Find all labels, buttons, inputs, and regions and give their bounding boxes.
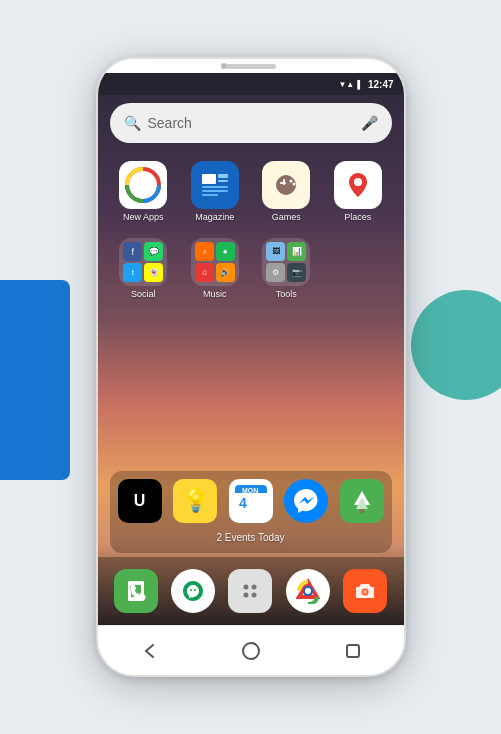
app-magazine[interactable]: Magazine bbox=[181, 157, 249, 226]
svg-point-15 bbox=[293, 183, 296, 186]
svg-rect-5 bbox=[202, 174, 216, 184]
dock-hangouts[interactable] bbox=[171, 569, 215, 613]
phone-camera bbox=[221, 63, 227, 69]
dock-phone[interactable] bbox=[114, 569, 158, 613]
svg-point-40 bbox=[363, 590, 367, 594]
svg-rect-29 bbox=[194, 589, 196, 591]
svg-point-37 bbox=[305, 588, 311, 594]
music-folder-icon: ♪ ● ♫ 🔊 bbox=[191, 238, 239, 286]
folder-music[interactable]: ♪ ● ♫ 🔊 Music bbox=[181, 234, 249, 303]
search-placeholder: Search bbox=[148, 115, 353, 131]
svg-point-33 bbox=[252, 593, 257, 598]
widget-event-label: 2 Events Today bbox=[216, 532, 284, 543]
clock: 12:47 bbox=[368, 79, 394, 90]
search-icon: 🔍 bbox=[124, 115, 140, 131]
new-apps-label: New Apps bbox=[123, 212, 164, 222]
svg-text:MON: MON bbox=[242, 487, 258, 494]
mic-icon: 🎤 bbox=[361, 115, 378, 131]
social-folder-icon: f 💬 t 👻 bbox=[119, 238, 167, 286]
app-grid-row1: New Apps Magazine bbox=[98, 151, 404, 232]
svg-point-32 bbox=[244, 593, 249, 598]
app-grid-row2: f 💬 t 👻 Social ♪ ● ♫ 🔊 Music bbox=[98, 232, 404, 309]
forest-icon bbox=[340, 479, 384, 523]
svg-point-30 bbox=[244, 585, 249, 590]
svg-point-17 bbox=[354, 178, 362, 186]
svg-rect-7 bbox=[218, 180, 228, 182]
folder-tools[interactable]: 🖼 📊 ⚙ 📷 Tools bbox=[253, 234, 321, 303]
social-label: Social bbox=[131, 289, 156, 299]
magazine-icon bbox=[191, 161, 239, 209]
games-icon bbox=[262, 161, 310, 209]
status-bar: ▼▲ ▌ 12:47 bbox=[98, 73, 404, 95]
svg-rect-4 bbox=[197, 167, 233, 203]
tools-folder-icon: 🖼 📊 ⚙ 📷 bbox=[262, 238, 310, 286]
uber-icon: U bbox=[118, 479, 162, 523]
games-label: Games bbox=[272, 212, 301, 222]
widget-area: U 💡 MON bbox=[110, 471, 392, 553]
widget-bulb[interactable]: 💡 bbox=[173, 479, 217, 523]
bg-teal-decoration bbox=[411, 290, 501, 400]
dock bbox=[98, 557, 404, 625]
app-new-apps[interactable]: New Apps bbox=[110, 157, 178, 226]
svg-rect-26 bbox=[360, 509, 364, 513]
svg-point-41 bbox=[243, 643, 259, 659]
svg-rect-6 bbox=[218, 174, 228, 178]
phone-screen: ▼▲ ▌ 12:47 🔍 Search 🎤 bbox=[98, 73, 404, 625]
phone-top-bezel bbox=[98, 59, 404, 73]
bg-blue-decoration bbox=[0, 280, 70, 480]
signal-icon: ▼▲ bbox=[338, 80, 354, 89]
status-icons: ▼▲ ▌ 12:47 bbox=[338, 79, 393, 90]
new-apps-icon bbox=[119, 161, 167, 209]
messenger-icon bbox=[284, 479, 328, 523]
search-bar[interactable]: 🔍 Search 🎤 bbox=[110, 103, 392, 143]
back-button[interactable] bbox=[134, 636, 164, 666]
music-label: Music bbox=[203, 289, 227, 299]
magazine-label: Magazine bbox=[195, 212, 234, 222]
svg-rect-8 bbox=[202, 186, 228, 188]
widget-messenger[interactable] bbox=[284, 479, 328, 523]
places-icon bbox=[334, 161, 382, 209]
calendar-icon: MON 4 bbox=[229, 479, 273, 523]
svg-rect-9 bbox=[202, 190, 228, 192]
places-label: Places bbox=[344, 212, 371, 222]
svg-text:4: 4 bbox=[239, 495, 247, 511]
bulb-icon: 💡 bbox=[173, 479, 217, 523]
tools-label: Tools bbox=[276, 289, 297, 299]
widget-forest[interactable] bbox=[340, 479, 384, 523]
dock-chrome[interactable] bbox=[286, 569, 330, 613]
widget-apps-row: U 💡 MON bbox=[118, 479, 384, 523]
recents-button[interactable] bbox=[338, 636, 368, 666]
widget-uber[interactable]: U bbox=[118, 479, 162, 523]
svg-rect-28 bbox=[190, 589, 192, 591]
dock-camera[interactable] bbox=[343, 569, 387, 613]
empty-grid-cell bbox=[324, 234, 392, 303]
widget-calendar[interactable]: MON 4 bbox=[229, 479, 273, 523]
app-places[interactable]: Places bbox=[324, 157, 392, 226]
phone-frame: ▼▲ ▌ 12:47 🔍 Search 🎤 bbox=[96, 57, 406, 677]
svg-point-14 bbox=[290, 180, 293, 183]
dock-apps[interactable] bbox=[228, 569, 272, 613]
phone-speaker bbox=[226, 64, 276, 69]
home-button[interactable] bbox=[236, 636, 266, 666]
app-games[interactable]: Games bbox=[253, 157, 321, 226]
svg-rect-42 bbox=[347, 645, 359, 657]
nav-bar bbox=[98, 625, 404, 675]
battery-icon: ▌ bbox=[357, 80, 363, 89]
svg-point-31 bbox=[252, 585, 257, 590]
svg-rect-10 bbox=[202, 194, 218, 196]
svg-rect-13 bbox=[280, 182, 286, 184]
folder-social[interactable]: f 💬 t 👻 Social bbox=[110, 234, 178, 303]
